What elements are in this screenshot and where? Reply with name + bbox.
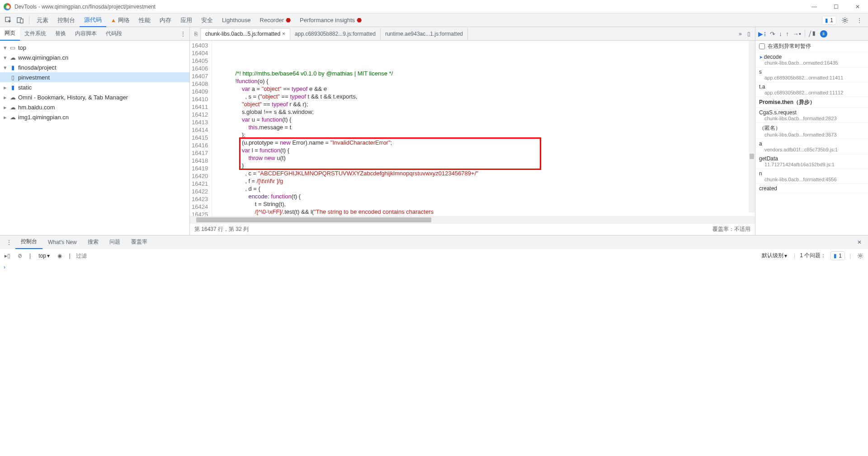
call-stack[interactable]: decodechunk-libs.0acb...ormatted:16435sa… bbox=[755, 52, 868, 235]
scrollbar-thumb[interactable] bbox=[196, 217, 431, 222]
tab-lighthouse[interactable]: Lighthouse bbox=[217, 14, 255, 27]
navigator-pane: 网页 文件系统 替换 内容脚本 代码段 ⋮ ▾▭top ▾☁www.qiming… bbox=[0, 27, 190, 235]
issues-chip[interactable]: ▮1 bbox=[822, 16, 836, 25]
drawer-close-icon[interactable]: ✕ bbox=[854, 239, 865, 245]
tree-file-selected[interactable]: ▯pinvestment bbox=[0, 72, 189, 82]
tab-network[interactable]: ▲网络 bbox=[106, 14, 134, 27]
nav-tab-page[interactable]: 网页 bbox=[0, 27, 20, 41]
issue-icon: ▮ bbox=[825, 17, 828, 24]
window-maximize-button[interactable]: ☐ bbox=[829, 4, 843, 10]
callstack-frame[interactable]: CgaS.s.requestchunk-libs.0acb...formatte… bbox=[755, 108, 868, 123]
execution-context-selector[interactable]: top ▾ bbox=[36, 251, 52, 260]
editor-file-tabs: ⎘ chunk-libs.0acb...5.js:formatted× app.… bbox=[190, 27, 755, 41]
tab-console[interactable]: 控制台 bbox=[53, 14, 80, 27]
file-tab-3[interactable]: runtime.ae943ac...1.js:formatted bbox=[381, 28, 468, 40]
drawer-tab-console[interactable]: 控制台 bbox=[15, 235, 42, 249]
step-out-icon[interactable]: ↑ bbox=[786, 30, 789, 38]
callstack-frame[interactable]: getData11.71271424afb16a152bd9.js:1 bbox=[755, 154, 868, 169]
step-into-icon[interactable]: ↓ bbox=[779, 30, 782, 38]
horizontal-scrollbar[interactable] bbox=[190, 216, 755, 223]
window-close-button[interactable]: ✕ bbox=[851, 4, 864, 10]
nav-history-icon[interactable]: ⎘ bbox=[192, 31, 200, 37]
callstack-frame[interactable]: t.aapp.c689305b882...ormatted:11112 bbox=[755, 82, 868, 97]
tab-memory[interactable]: 内存 bbox=[155, 14, 176, 27]
window-icon: ▭ bbox=[9, 44, 16, 51]
tab-performance[interactable]: 性能 bbox=[134, 14, 155, 27]
cloud-icon: ☁ bbox=[9, 113, 16, 121]
deactivate-breakpoints-icon[interactable]: ⧸▮ bbox=[809, 30, 816, 38]
drawer-tab-search[interactable]: 搜索 bbox=[82, 235, 104, 249]
tab-application[interactable]: 应用 bbox=[176, 14, 197, 27]
cursor-position: 第 16437 行，第 32 列 bbox=[194, 226, 249, 233]
toggle-navigator-icon[interactable]: ▯ bbox=[745, 31, 753, 37]
window-minimize-button[interactable]: — bbox=[807, 4, 821, 10]
tree-domain-3[interactable]: ▸☁img1.qimingpian.cn bbox=[0, 112, 189, 122]
clear-console-icon[interactable]: ⊘ bbox=[16, 253, 24, 259]
issue-icon: ▮ bbox=[834, 253, 837, 259]
vertical-scrollbar[interactable] bbox=[749, 41, 755, 212]
tree-folder-static[interactable]: ▸▮static bbox=[0, 82, 189, 92]
folder-icon: ▮ bbox=[9, 64, 16, 71]
console-sidebar-icon[interactable]: ▸▯ bbox=[3, 253, 12, 259]
settings-icon[interactable] bbox=[839, 14, 851, 26]
tab-sources[interactable]: 源代码 bbox=[80, 14, 106, 27]
sources-main: 网页 文件系统 替换 内容脚本 代码段 ⋮ ▾▭top ▾☁www.qiming… bbox=[0, 27, 868, 235]
svg-rect-2 bbox=[20, 19, 23, 23]
nav-tab-content-scripts[interactable]: 内容脚本 bbox=[71, 27, 101, 41]
device-mode-icon[interactable] bbox=[14, 14, 26, 26]
live-expression-icon[interactable]: ◉ bbox=[56, 253, 64, 259]
code-editor[interactable]: 1640316404164051640616407164081640916410… bbox=[190, 41, 755, 216]
tab-elements[interactable]: 元素 bbox=[32, 14, 53, 27]
more-menu-icon[interactable]: ⋮ bbox=[854, 14, 865, 26]
chevron-down-icon: ▾ bbox=[47, 253, 50, 259]
inspect-element-icon[interactable] bbox=[3, 14, 14, 26]
pause-state-icon[interactable]: ⏸ bbox=[820, 30, 827, 38]
log-levels-selector[interactable]: 默认级别 ▾ bbox=[760, 250, 789, 261]
resume-icon[interactable]: ▶⫶ bbox=[758, 30, 766, 38]
file-tab-2[interactable]: app.c689305b882...9.js:formatted bbox=[290, 28, 381, 40]
callstack-frame[interactable]: nchunk-libs.0acb...formatted:4556 bbox=[755, 169, 868, 184]
step-icon[interactable]: →• bbox=[793, 30, 801, 38]
callstack-frame[interactable]: （匿名）chunk-libs.0acb...formatted:3673 bbox=[755, 123, 868, 139]
console-output[interactable]: › bbox=[0, 262, 868, 452]
close-icon[interactable]: × bbox=[282, 31, 285, 37]
cloud-icon: ☁ bbox=[9, 54, 16, 61]
tree-domain[interactable]: ▾☁www.qimingpian.cn bbox=[0, 52, 189, 62]
nav-more-icon[interactable]: ⋮ bbox=[177, 31, 189, 37]
nav-tab-overrides[interactable]: 替换 bbox=[51, 27, 71, 41]
tab-security[interactable]: 安全 bbox=[197, 14, 217, 27]
nav-tab-snippets[interactable]: 代码段 bbox=[101, 27, 127, 41]
issues-label: 1 个问题： bbox=[800, 252, 826, 259]
tab-perf-insights[interactable]: Performance insights ⬣ bbox=[295, 14, 366, 27]
callstack-frame[interactable]: avendors.adfb01f...c85c735b9.js:1 bbox=[755, 139, 868, 154]
code-content[interactable]: /*! http://mths.be/base64 v0.1.0 by @mat… bbox=[212, 41, 755, 216]
callstack-frame[interactable]: sapp.c689305b882...ormatted:11411 bbox=[755, 67, 868, 82]
console-settings-icon[interactable] bbox=[855, 253, 865, 259]
file-tree[interactable]: ▾▭top ▾☁www.qimingpian.cn ▾▮finosda/proj… bbox=[0, 41, 189, 235]
drawer-tab-issues[interactable]: 问题 bbox=[104, 235, 126, 249]
console-separator: | bbox=[28, 253, 33, 259]
warning-icon: ▲ bbox=[111, 17, 116, 24]
drawer-tab-whatsnew[interactable]: What's New bbox=[42, 235, 82, 249]
console-filter-input[interactable] bbox=[76, 253, 756, 259]
pause-on-exceptions-row[interactable]: 在遇到异常时暂停 bbox=[755, 41, 868, 52]
tree-top[interactable]: ▾▭top bbox=[0, 42, 189, 52]
callstack-frame[interactable]: created bbox=[755, 184, 868, 193]
pause-on-exceptions-checkbox[interactable] bbox=[759, 43, 765, 49]
callstack-frame[interactable]: Promise.then（异步） bbox=[755, 97, 868, 108]
more-tabs-icon[interactable]: » bbox=[736, 31, 745, 37]
file-icon: ▯ bbox=[9, 74, 16, 81]
file-tab-1[interactable]: chunk-libs.0acb...5.js:formatted× bbox=[200, 28, 290, 40]
nav-tab-filesystem[interactable]: 文件系统 bbox=[20, 27, 51, 41]
tab-recorder[interactable]: Recorder ⬣ bbox=[255, 14, 295, 27]
step-over-icon[interactable]: ↷ bbox=[770, 30, 775, 38]
tree-folder[interactable]: ▾▮finosda/project bbox=[0, 62, 189, 72]
issues-count-chip[interactable]: ▮1 bbox=[830, 251, 845, 260]
drawer-tab-coverage[interactable]: 覆盖率 bbox=[126, 235, 153, 249]
drawer-menu-icon[interactable]: ⋮ bbox=[3, 239, 15, 245]
scrollbar-thumb[interactable] bbox=[750, 154, 754, 159]
tree-domain-2[interactable]: ▸☁hm.baidu.com bbox=[0, 102, 189, 112]
window-titlebar: DevTools - www.qimingpian.cn/finosda/pro… bbox=[0, 0, 868, 14]
callstack-frame[interactable]: decodechunk-libs.0acb...ormatted:16435 bbox=[755, 52, 868, 67]
tree-extension[interactable]: ▸☁Omni - Bookmark, History, & Tab Manage… bbox=[0, 92, 189, 102]
